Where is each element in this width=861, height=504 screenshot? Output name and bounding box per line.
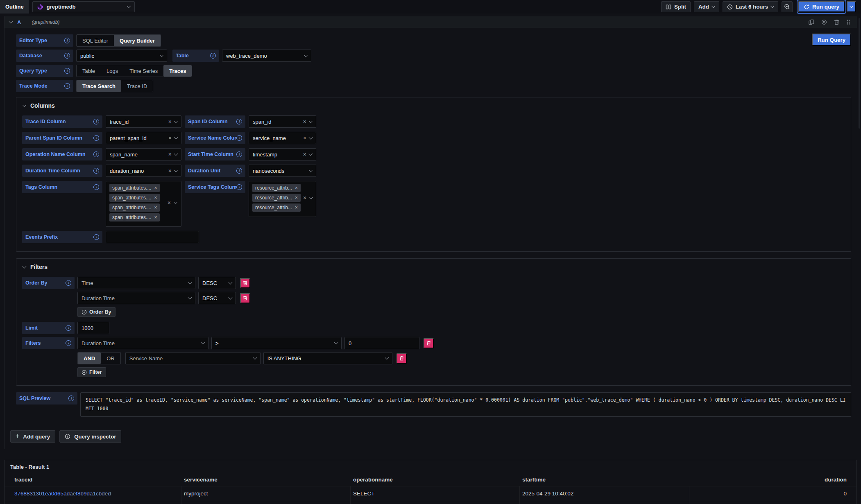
table-select[interactable]: web_trace_demo	[222, 50, 311, 62]
filter-value-input[interactable]	[344, 337, 419, 349]
order-by-direction-select[interactable]: DESC	[198, 277, 236, 289]
remove-tag-icon[interactable]: ×	[154, 185, 157, 191]
clear-all-icon[interactable]: ×	[168, 200, 171, 206]
service-tag-chip[interactable]: resource_attrib...×	[252, 194, 301, 202]
drag-handle-icon[interactable]	[846, 19, 850, 25]
remove-tag-icon[interactable]: ×	[154, 195, 157, 201]
clear-icon[interactable]: ×	[303, 119, 306, 124]
query-type-logs[interactable]: Logs	[101, 65, 124, 77]
database-select[interactable]: public	[76, 50, 167, 62]
tags-column-multiselect[interactable]: span_attributes....× span_attributes....…	[106, 181, 181, 227]
remove-tag-icon[interactable]: ×	[295, 185, 298, 191]
filter-operator-select[interactable]: IS ANYTHING	[263, 352, 392, 364]
run-query-button[interactable]: Run query	[798, 1, 845, 12]
filter-operator-select[interactable]: >	[211, 337, 342, 349]
trace-mode-trace-search[interactable]: Trace Search	[77, 80, 121, 92]
info-icon[interactable]: i	[64, 38, 70, 43]
remove-order-by-button[interactable]	[240, 293, 250, 303]
info-icon[interactable]: i	[210, 53, 216, 59]
info-icon[interactable]: i	[93, 234, 99, 240]
add-query-button[interactable]: + Add query	[10, 430, 55, 443]
operation-name-column-select[interactable]: span_name×	[106, 148, 181, 160]
add-order-by-button[interactable]: Order By	[77, 307, 116, 317]
info-icon[interactable]: i	[66, 340, 71, 346]
order-by-direction-select[interactable]: DESC	[198, 292, 236, 304]
start-time-column-select[interactable]: timestamp×	[249, 148, 316, 160]
remove-tag-icon[interactable]: ×	[154, 215, 157, 220]
time-range-picker[interactable]: Last 6 hours	[723, 1, 778, 12]
column-header-operationname[interactable]: operationname	[351, 473, 520, 486]
outline-toggle-button[interactable]: Outline	[0, 0, 29, 14]
info-icon[interactable]: i	[68, 396, 74, 401]
query-type-table[interactable]: Table	[77, 65, 101, 77]
column-header-duration[interactable]: duration	[689, 473, 856, 486]
add-filter-button[interactable]: Filter	[77, 367, 106, 377]
clear-icon[interactable]: ×	[303, 151, 306, 157]
span-id-column-select[interactable]: span_id×	[249, 115, 316, 128]
clear-icon[interactable]: ×	[168, 168, 172, 174]
order-by-field-select[interactable]: Duration Time	[77, 292, 195, 304]
remove-tag-icon[interactable]: ×	[154, 205, 157, 210]
remove-order-by-button[interactable]	[240, 278, 250, 288]
column-header-starttime[interactable]: starttime	[520, 473, 689, 486]
clear-all-icon[interactable]: ×	[303, 195, 306, 201]
info-icon[interactable]: i	[64, 68, 70, 74]
delete-query-icon[interactable]	[834, 19, 839, 25]
info-icon[interactable]: i	[236, 119, 242, 124]
service-name-column-select[interactable]: service_name×	[249, 132, 316, 144]
remove-tag-icon[interactable]: ×	[295, 195, 298, 201]
tag-chip[interactable]: span_attributes....×	[109, 194, 160, 202]
tag-chip[interactable]: span_attributes....×	[109, 184, 160, 192]
editor-type-query-builder[interactable]: Query Builder	[114, 35, 161, 46]
service-tag-chip[interactable]: resource_attrib...×	[252, 203, 301, 212]
collapse-chevron-icon[interactable]	[9, 19, 13, 23]
remove-tag-icon[interactable]: ×	[295, 205, 298, 210]
duration-time-column-select[interactable]: duration_nano×	[106, 165, 181, 177]
clear-icon[interactable]: ×	[168, 119, 172, 124]
editor-type-sql-editor[interactable]: SQL Editor	[77, 35, 114, 46]
service-tag-chip[interactable]: resource_attrib...×	[252, 184, 301, 192]
info-icon[interactable]: i	[66, 280, 71, 286]
info-icon[interactable]: i	[64, 53, 70, 59]
add-button[interactable]: Add	[694, 1, 719, 12]
info-icon[interactable]: i	[64, 83, 70, 89]
info-icon[interactable]: i	[236, 135, 242, 141]
limit-input[interactable]	[77, 322, 109, 334]
order-by-field-select[interactable]: Time	[77, 277, 195, 289]
remove-filter-button[interactable]	[397, 353, 407, 364]
run-query-editor-button[interactable]: Run Query	[812, 34, 851, 46]
parent-span-id-column-select[interactable]: parent_span_id×	[106, 132, 181, 144]
info-icon[interactable]: i	[93, 168, 99, 174]
trace-mode-trace-id[interactable]: Trace ID	[121, 80, 153, 92]
info-icon[interactable]: i	[236, 168, 242, 174]
info-icon[interactable]: i	[93, 184, 99, 190]
tag-chip[interactable]: span_attributes....×	[109, 203, 160, 212]
query-type-traces[interactable]: Traces	[163, 65, 192, 77]
tag-chip[interactable]: span_attributes....×	[109, 213, 160, 221]
filter-logic-or[interactable]: OR	[101, 353, 120, 364]
trace-id-column-select[interactable]: trace_id×	[106, 115, 181, 128]
query-row-header[interactable]: A (greptimedb)	[5, 16, 857, 28]
info-icon[interactable]: i	[236, 151, 242, 157]
zoom-out-button[interactable]	[782, 1, 793, 12]
column-header-servicename[interactable]: servicename	[181, 473, 351, 486]
clear-icon[interactable]: ×	[168, 151, 172, 157]
info-icon[interactable]: i	[236, 184, 242, 190]
query-type-time-series[interactable]: Time Series	[124, 65, 163, 77]
info-icon[interactable]: i	[93, 151, 99, 157]
info-icon[interactable]: i	[66, 325, 71, 331]
split-button[interactable]: Split	[661, 1, 691, 12]
trace-id-link[interactable]: 3768831301ea0d65adaef8b9da1cbded	[14, 490, 111, 497]
info-icon[interactable]: i	[93, 119, 99, 124]
service-tags-column-multiselect[interactable]: resource_attrib...× resource_attrib...× …	[249, 181, 316, 217]
info-icon[interactable]: i	[93, 135, 99, 141]
clear-icon[interactable]: ×	[168, 135, 172, 141]
filters-section-header[interactable]: Filters	[23, 264, 845, 270]
clear-icon[interactable]: ×	[303, 135, 306, 141]
columns-section-header[interactable]: Columns	[23, 102, 845, 109]
query-inspector-button[interactable]: Query inspector	[59, 430, 121, 443]
run-query-dropdown-button[interactable]	[847, 1, 856, 12]
remove-filter-button[interactable]	[424, 338, 434, 348]
events-prefix-input[interactable]	[106, 231, 199, 243]
disable-query-icon[interactable]	[821, 19, 827, 25]
